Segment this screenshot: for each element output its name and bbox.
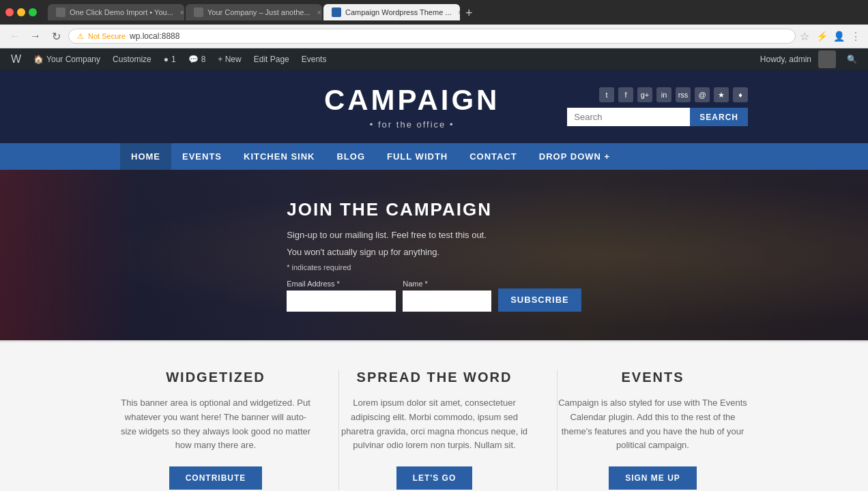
twitter-icon[interactable]: t	[599, 87, 614, 102]
feature-title-widgetized: WIDGETIZED	[120, 370, 311, 385]
menu-icon[interactable]: ⋮	[850, 30, 861, 43]
nav-link-home[interactable]: HOME	[120, 143, 171, 170]
extensions-icon[interactable]: ⚡	[816, 31, 828, 42]
email-label: Email Address *	[287, 280, 396, 288]
search-admin-icon: 🔍	[847, 55, 857, 64]
messages-item[interactable]: 💬 8	[183, 48, 212, 70]
browser-toolbar: ☆ ⚡ 👤 ⋮	[800, 30, 861, 43]
browser-nav-bar: ← → ↻ ⚠ Not Secure wp.local:8888 ☆ ⚡ 👤 ⋮	[0, 25, 868, 48]
hero-required-note: * indicates required	[287, 263, 581, 271]
nav-item-contact[interactable]: CONTACT	[459, 143, 528, 170]
edit-page-item[interactable]: Edit Page	[248, 48, 295, 70]
name-form-group: Name *	[403, 280, 491, 312]
comments-count-item[interactable]: ● 1	[158, 48, 182, 70]
feature-section: WIDGETIZED This banner area is optional …	[0, 340, 868, 491]
contribute-button[interactable]: CONTRIBUTE	[169, 466, 263, 490]
nav-link-dropdown[interactable]: DROP DOWN +	[528, 143, 621, 170]
forward-button[interactable]: →	[27, 28, 44, 44]
name-field[interactable]	[403, 291, 491, 312]
nav-item-blog[interactable]: BLOG	[326, 143, 376, 170]
nav-link-blog[interactable]: BLOG	[326, 143, 376, 170]
rss-icon[interactable]: rss	[676, 87, 691, 102]
feature-title-spread: SPREAD THE WORD	[339, 370, 530, 385]
howdy-item[interactable]: Howdy, admin	[755, 48, 841, 70]
events-item[interactable]: Events	[296, 48, 332, 70]
nav-inner: HOME EVENTS KITCHEN SINK BLOG FULL WIDTH…	[106, 143, 762, 170]
hero-section: JOIN THE CAMPAIGN Sign-up to our mailing…	[0, 170, 868, 340]
nav-item-kitchen[interactable]: KITCHEN SINK	[233, 143, 326, 170]
title-bar: One Click Demo Import • You... × Your Co…	[0, 0, 868, 25]
refresh-button[interactable]: ↻	[48, 28, 64, 44]
wp-admin-bar: W 🏠 Your Company Customize ● 1 💬 8 + New…	[0, 48, 868, 70]
hero-title: JOIN THE CAMPAIGN	[287, 199, 581, 220]
maximize-window-button[interactable]	[29, 8, 37, 16]
new-tab-button[interactable]: +	[465, 6, 473, 20]
close-window-button[interactable]	[5, 8, 14, 16]
search-input[interactable]	[567, 108, 690, 126]
search-area: SEARCH	[567, 108, 748, 126]
email-icon[interactable]: @	[695, 87, 710, 102]
tab-close-2[interactable]: ×	[317, 9, 321, 16]
subscribe-button[interactable]: SUBSCRIBE	[498, 288, 581, 312]
header-inner: CAMPAIGN • for the office • t f g+ in rs…	[106, 84, 762, 130]
nav-link-fullwidth[interactable]: FULL WIDTH	[376, 143, 459, 170]
linkedin-icon[interactable]: in	[656, 87, 671, 102]
site-title: CAMPAIGN	[324, 84, 500, 117]
hero-content: JOIN THE CAMPAIGN Sign-up to our mailing…	[273, 172, 595, 339]
social-icon-8[interactable]: ♦	[733, 87, 748, 102]
address-text: wp.local:8888	[130, 31, 179, 41]
minimize-window-button[interactable]	[17, 8, 25, 16]
social-icon-7[interactable]: ★	[714, 87, 729, 102]
nav-link-kitchen[interactable]: KITCHEN SINK	[233, 143, 326, 170]
count-label: 1	[171, 55, 176, 64]
feature-block-widgetized: WIDGETIZED This banner area is optional …	[120, 370, 311, 490]
home-icon: 🏠	[33, 55, 44, 64]
site-wrapper: CAMPAIGN • for the office • t f g+ in rs…	[0, 70, 868, 491]
search-button[interactable]: SEARCH	[690, 108, 748, 126]
email-field[interactable]	[287, 291, 396, 312]
tab-bar: One Click Demo Import • You... × Your Co…	[48, 4, 473, 20]
header-right: t f g+ in rss @ ★ ♦ SEARCH	[567, 87, 748, 126]
browser-tab-2[interactable]: Your Company – Just anothe... ×	[186, 4, 322, 20]
window-controls	[5, 8, 37, 16]
avatar	[818, 50, 836, 68]
wp-logo-item[interactable]: W	[5, 48, 27, 70]
site-navigation: HOME EVENTS KITCHEN SINK BLOG FULL WIDTH…	[0, 143, 868, 170]
customize-label: Customize	[113, 55, 151, 64]
site-title-area: CAMPAIGN • for the office •	[324, 84, 500, 130]
google-plus-icon[interactable]: g+	[637, 87, 652, 102]
browser-tab-3[interactable]: Campaign Wordpress Theme ... ×	[323, 4, 460, 20]
edit-page-label: Edit Page	[254, 55, 289, 64]
bookmark-icon[interactable]: ☆	[800, 30, 809, 43]
wp-logo-icon: W	[11, 53, 21, 65]
feature-block-spread: SPREAD THE WORD Lorem ipsum dolor sit am…	[338, 370, 530, 490]
lets-go-button[interactable]: LET'S GO	[396, 466, 473, 490]
nav-link-contact[interactable]: CONTACT	[459, 143, 528, 170]
site-name-label: Your Company	[46, 55, 100, 64]
feature-text-widgetized: This banner area is optional and widgeti…	[120, 396, 311, 453]
nav-item-fullwidth[interactable]: FULL WIDTH	[376, 143, 459, 170]
user-profile-icon[interactable]: 👤	[833, 31, 845, 42]
new-item[interactable]: + New	[212, 48, 246, 70]
nav-item-dropdown[interactable]: DROP DOWN +	[528, 143, 621, 170]
tab-close-1[interactable]: ×	[180, 9, 184, 16]
nav-link-events[interactable]: EVENTS	[171, 143, 233, 170]
address-bar[interactable]: ⚠ Not Secure wp.local:8888	[68, 29, 796, 44]
customize-item[interactable]: Customize	[107, 48, 157, 70]
site-tagline: • for the office •	[324, 119, 500, 130]
messages-label: 8	[201, 55, 206, 64]
browser-tab-1[interactable]: One Click Demo Import • You... ×	[48, 4, 184, 20]
sign-me-up-button[interactable]: SIGN ME UP	[609, 466, 697, 490]
nav-item-home[interactable]: HOME	[120, 143, 171, 170]
events-label: Events	[302, 55, 327, 64]
tab-favicon-2	[194, 8, 203, 17]
site-name-item[interactable]: 🏠 Your Company	[28, 48, 106, 70]
nav-list: HOME EVENTS KITCHEN SINK BLOG FULL WIDTH…	[120, 143, 748, 170]
back-button[interactable]: ←	[7, 28, 23, 44]
search-admin-item[interactable]: 🔍	[841, 48, 863, 70]
facebook-icon[interactable]: f	[618, 87, 633, 102]
nav-item-events[interactable]: EVENTS	[171, 143, 233, 170]
tab-close-3[interactable]: ×	[459, 9, 461, 16]
site-header: CAMPAIGN • for the office • t f g+ in rs…	[0, 70, 868, 143]
feature-block-events: EVENTS Campaign is also styled for use w…	[557, 370, 748, 490]
